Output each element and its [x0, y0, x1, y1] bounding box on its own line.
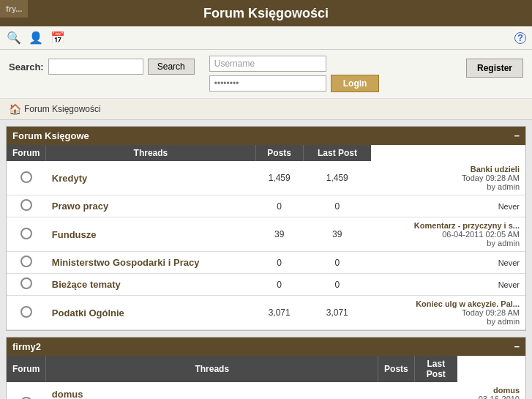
user-tab: fry... [0, 0, 28, 18]
forum-sections: Forum Księgowe −ForumThreadsPostsLast Po… [0, 126, 532, 399]
forum-status-icon [20, 171, 32, 183]
posts-count: 0 [303, 252, 371, 274]
forum-name-cell: Fundusze [46, 217, 255, 252]
forum-table-forum-ksiegowe: ForumThreadsPostsLast Post Kredyty1,4591… [7, 145, 525, 330]
threads-count: 1,459 [255, 161, 303, 195]
posts-count: 1 [414, 382, 457, 399]
collapse-button[interactable]: − [514, 130, 520, 141]
section-header-forum-ksiegowe: Forum Księgowe − [7, 127, 525, 145]
last-post-link[interactable]: Komentarz - przyczyny i s... [414, 221, 520, 230]
last-post-link[interactable]: Banki udzieli [471, 165, 520, 174]
search-area: Search: Search [9, 59, 195, 75]
posts-count: 0 [303, 274, 371, 296]
breadcrumb-text: Forum Księgowości [24, 104, 101, 114]
password-field[interactable] [209, 75, 326, 92]
forum-name-cell: Bieżące tematy [46, 274, 255, 296]
last-post-by: by admin [487, 239, 520, 247]
login-button[interactable]: Login [331, 75, 380, 92]
section-title: Forum Księgowe [12, 130, 89, 141]
threads-count: 0 [255, 274, 303, 296]
last-post-cell: Never [371, 252, 525, 274]
forum-status-icon [20, 277, 32, 289]
forum-icon-cell [7, 252, 46, 274]
table-row: Prawo pracy00Never [7, 195, 525, 217]
forum-icon-cell [7, 195, 46, 217]
last-post-cell: domus 03-16-2010 10:36 AM by admin [457, 382, 525, 399]
search-icon[interactable]: 🔍 [6, 30, 22, 46]
searchbar: Search: Search Login Register [0, 50, 532, 99]
username-field[interactable] [209, 56, 326, 72]
forum-icon-cell [7, 217, 46, 252]
forum-name-link[interactable]: Kredyty [52, 173, 87, 184]
forum-name-link[interactable]: Bieżące tematy [52, 279, 121, 290]
last-post-link[interactable]: domus [493, 386, 520, 395]
forum-name-link[interactable]: domus [52, 389, 83, 400]
forum-name-link[interactable]: Prawo pracy [52, 201, 108, 212]
last-post-cell: Komentarz - przyczyny i s... 06-04-2011 … [371, 217, 525, 252]
forum-name-cell: domusMoja kuzyn­ka ma mieszkanie na najw… [46, 382, 378, 399]
forum-icon-cell [7, 161, 46, 195]
forum-table-firmy2: ForumThreadsPostsLast Post domusMoja kuz… [7, 356, 525, 399]
forum-section-forum-ksiegowe: Forum Księgowe −ForumThreadsPostsLast Po… [6, 126, 526, 331]
last-post-cell: Koniec ulg w akcyzie. Pal... Today 09:28… [371, 296, 525, 330]
last-post-date: Today 09:28 AM [462, 308, 520, 317]
forum-status-icon [20, 397, 32, 400]
forum-status-icon [20, 199, 32, 211]
register-button[interactable]: Register [466, 59, 523, 78]
collapse-button[interactable]: − [514, 341, 520, 352]
user-icon[interactable]: 👤 [28, 30, 44, 46]
posts-count: 1,459 [303, 161, 371, 195]
threads-count: 3,071 [255, 296, 303, 330]
topbar: 🔍 👤 📅 ? [0, 26, 532, 50]
forum-icon-cell [7, 382, 46, 399]
search-button[interactable]: Search [148, 59, 195, 75]
register-area: Register [466, 59, 523, 78]
last-post-never: Never [498, 202, 520, 211]
col-header-threads: Threads [46, 356, 378, 382]
search-input[interactable] [48, 59, 143, 75]
posts-count: 39 [303, 217, 371, 252]
forum-name-link[interactable]: Fundusze [52, 229, 97, 240]
forum-status-icon [20, 306, 32, 318]
forum-status-icon [20, 228, 32, 239]
section-title: firmy2 [12, 341, 41, 352]
topbar-icons: 🔍 👤 📅 [6, 30, 66, 46]
forum-icon-cell [7, 274, 46, 296]
forum-name-cell: Ministerstwo Gospodarki i Pracy [46, 252, 255, 274]
forum-name-link[interactable]: Podatki Ogólnie [52, 307, 124, 318]
last-post-by: by admin [487, 317, 520, 326]
threads-count: 39 [255, 217, 303, 252]
calendar-icon[interactable]: 📅 [50, 30, 66, 46]
section-header-firmy2: firmy2 − [7, 338, 525, 356]
forum-name-cell: Podatki Ogólnie [46, 296, 255, 330]
table-row: Podatki Ogólnie3,0713,071 Koniec ulg w a… [7, 296, 525, 330]
last-post-never: Never [498, 280, 520, 289]
page-title: Forum Księgowości [203, 6, 329, 20]
last-post-by: by admin [487, 182, 520, 191]
col-header-last-post: Last Post [414, 356, 457, 382]
search-label: Search: [9, 61, 44, 72]
forum-name-link[interactable]: Ministerstwo Gospodarki i Pracy [52, 257, 200, 268]
table-row: domusMoja kuzyn­ka ma mieszkanie na najw… [7, 382, 525, 399]
last-post-link[interactable]: Koniec ulg w akcyzie. Pal... [416, 299, 520, 308]
table-row: Fundusze3939 Komentarz - przyczyny i s..… [7, 217, 525, 252]
posts-count: 3,071 [303, 296, 371, 330]
col-header-forum: Forum [7, 356, 46, 382]
last-post-cell: Banki udzieli Today 09:28 AM by admin [371, 161, 525, 195]
forum-icon-cell [7, 296, 46, 330]
breadcrumb: 🏠 Forum Księgowości [0, 99, 532, 120]
threads-count: 0 [255, 195, 303, 217]
forum-status-icon [20, 256, 32, 267]
home-icon[interactable]: 🏠 [9, 103, 21, 115]
help-button[interactable]: ? [514, 32, 526, 44]
last-post-date: Today 09:28 AM [462, 174, 520, 182]
col-header-threads: Threads [46, 145, 255, 161]
col-header-forum: Forum [7, 145, 46, 161]
posts-count: 0 [303, 195, 371, 217]
last-post-cell: Never [371, 274, 525, 296]
col-header-last-post: Last Post [303, 145, 371, 161]
forum-name-cell: Kredyty [46, 161, 255, 195]
col-header-posts: Posts [378, 356, 415, 382]
threads-count: 1 [378, 382, 415, 399]
forum-section-firmy2: firmy2 −ForumThreadsPostsLast Post domus… [6, 337, 526, 399]
